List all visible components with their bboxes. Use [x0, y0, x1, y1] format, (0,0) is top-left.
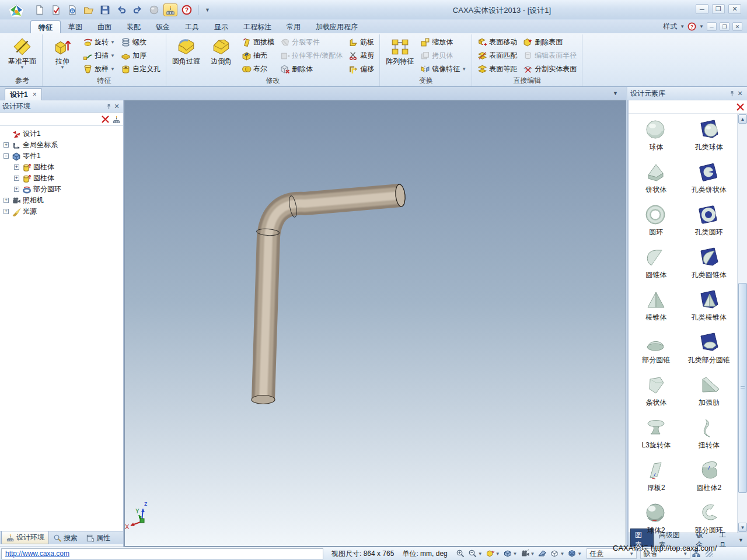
ribbon-button-扫描[interactable]: 扫描▼ [81, 49, 117, 62]
library-item-球体2[interactable]: 球体2 [630, 499, 683, 542]
library-item-孔类棱锥体[interactable]: 孔类棱锥体 [683, 286, 736, 329]
status-cube-add-button[interactable]: ▼ [484, 548, 501, 559]
ribbon-button-拉伸[interactable]: 拉伸▼ [46, 36, 79, 70]
tree-view-icon[interactable] [112, 115, 121, 124]
status-cube-shaded-button[interactable]: ▼ [502, 548, 519, 559]
status-layers-button[interactable]: ▼ [566, 548, 583, 559]
ribbon-button-抽壳[interactable]: 抽壳 [240, 49, 276, 62]
ribbon-button-基准平面[interactable]: 基准平面▼ [6, 36, 39, 70]
tree-expander-icon[interactable]: + [4, 142, 9, 148]
pin-icon[interactable] [728, 89, 736, 97]
library-item-球体[interactable]: 球体 [630, 116, 683, 159]
doc-minimize-button[interactable]: ─ [707, 22, 717, 31]
tab-list-caret-icon[interactable]: ▼ [613, 90, 618, 96]
tree-item-光源[interactable]: +光源 [0, 206, 123, 217]
library-item-孔类部分圆锥[interactable]: 孔类部分圆锥 [683, 329, 736, 372]
ribbon-tab-曲面[interactable]: 曲面 [90, 20, 119, 33]
ribbon-tab-常用[interactable]: 常用 [279, 20, 308, 33]
tree-expander-icon[interactable]: + [4, 198, 9, 203]
qat-new-doc-button[interactable] [33, 4, 47, 16]
minimize-button[interactable]: ─ [696, 4, 708, 14]
ribbon-tab-工程标注[interactable]: 工程标注 [236, 20, 279, 33]
ribbon-tab-特征[interactable]: 特征 [30, 20, 61, 33]
library-item-部分圆锥[interactable]: 部分圆锥 [630, 329, 683, 372]
ribbon-button-阵列特征[interactable]: 阵列特征 [383, 36, 416, 65]
qat-save-button[interactable] [98, 4, 112, 16]
tree-expander-icon[interactable]: − [4, 153, 9, 159]
app-logo-icon[interactable] [5, 2, 28, 22]
library-scrollbar[interactable]: ▲ ▼ [737, 114, 747, 533]
tree-item-照相机[interactable]: +照相机 [0, 195, 123, 206]
qat-redo-button[interactable] [131, 4, 145, 16]
pin-icon[interactable] [104, 102, 113, 110]
tree-item-全局坐标系[interactable]: +全局坐标系 [0, 139, 123, 150]
qat-render-sphere-button[interactable] [147, 4, 161, 16]
qat-help-button[interactable]: ? [180, 4, 194, 16]
tree-item-圆柱体[interactable]: +圆柱体 [0, 173, 123, 184]
ribbon-button-镜像特征[interactable]: 镜像特征▼ [418, 62, 468, 76]
ribbon-tab-钣金[interactable]: 钣金 [148, 20, 177, 33]
tree-item-部分圆环[interactable]: +部分圆环 [0, 184, 123, 195]
ribbon-tab-草图[interactable]: 草图 [61, 20, 90, 33]
ribbon-button-表面移动[interactable]: 表面移动 [476, 36, 519, 49]
library-item-孔类球体[interactable]: 孔类球体 [683, 116, 736, 159]
qat-design-tree-button[interactable] [163, 4, 177, 16]
qat-open-folder-button[interactable] [82, 4, 96, 16]
ribbon-button-表面等距[interactable]: 表面等距 [476, 62, 519, 76]
qat-undo-button[interactable] [114, 4, 128, 16]
ribbon-button-旋转[interactable]: 旋转▼ [81, 36, 117, 49]
styles-caret-icon[interactable]: ▼ [680, 24, 685, 29]
status-cube-outline-button[interactable]: ▼ [549, 548, 566, 559]
maximize-button[interactable]: ❐ [712, 4, 725, 14]
viewport-3d[interactable]: z Y X [124, 100, 626, 547]
document-tab[interactable]: 设计1 × [5, 88, 42, 100]
library-item-圆柱体2[interactable]: 圆柱体2 [683, 457, 736, 499]
ribbon-tab-工具[interactable]: 工具 [177, 20, 207, 33]
library-item-L3旋转体[interactable]: L3旋转体 [630, 414, 683, 457]
ribbon-button-螺纹[interactable]: 螺纹 [119, 36, 162, 49]
scroll-thumb[interactable] [738, 283, 747, 493]
library-item-孔类圆锥体[interactable]: 孔类圆锥体 [683, 244, 736, 286]
ribbon-tab-加载应用程序[interactable]: 加载应用程序 [308, 20, 365, 33]
qat-check-doc-button[interactable] [49, 4, 63, 16]
ribbon-button-面拔模[interactable]: 面拔模 [240, 36, 276, 49]
library-item-部分圆环[interactable]: 部分圆环 [683, 499, 736, 542]
ribbon-button-删除表面[interactable]: 删除表面 [521, 36, 578, 49]
ribbon-button-加厚[interactable]: 加厚 [119, 49, 162, 62]
library-item-厚板2[interactable]: 厚板2 [630, 457, 683, 499]
tree-item-零件1[interactable]: −零件1 [0, 150, 123, 162]
right-panel-close-icon[interactable]: ✕ [736, 89, 744, 97]
library-item-孔类饼状体[interactable]: 孔类饼状体 [683, 159, 736, 201]
styles-menu[interactable]: 样式 [663, 22, 677, 32]
status-camera-status-button[interactable]: ▼ [519, 548, 536, 559]
qat-web-doc-button[interactable] [65, 4, 79, 16]
left-panel-tab-属性[interactable]: 属性 [82, 531, 114, 544]
help-caret-icon[interactable]: ▼ [699, 24, 704, 29]
ribbon-button-筋板[interactable]: 筋板 [347, 36, 376, 49]
library-item-扭转体[interactable]: 扭转体 [683, 414, 736, 457]
library-item-圆锥体[interactable]: 圆锥体 [630, 244, 683, 286]
scroll-up-icon[interactable]: ▲ [738, 114, 747, 124]
caxa-home-link[interactable]: http://www.caxa.com [5, 550, 69, 558]
library-item-加强肋[interactable]: 加强肋 [683, 372, 736, 414]
ribbon-button-分割实体表面[interactable]: 分割实体表面 [521, 62, 578, 76]
status-zoom-out-button[interactable]: ▼ [467, 548, 484, 559]
ribbon-button-删除体[interactable]: 删除体 [278, 62, 344, 76]
tree-expander-icon[interactable]: + [4, 209, 9, 214]
document-tab-close-icon[interactable]: × [33, 90, 37, 99]
library-item-饼状体[interactable]: 饼状体 [630, 159, 683, 201]
tree-item-圆柱体[interactable]: +圆柱体 [0, 162, 123, 173]
clear-filter-icon[interactable] [101, 115, 110, 124]
status-wedge-button[interactable] [536, 548, 548, 559]
left-panel-close-icon[interactable]: ✕ [113, 102, 121, 110]
ribbon-button-表面匹配[interactable]: 表面匹配 [476, 49, 519, 62]
ribbon-button-放样[interactable]: 放样▼ [81, 62, 117, 76]
right-panel-tabs-caret-icon[interactable]: ▼ [738, 537, 743, 543]
scroll-down-icon[interactable]: ▼ [738, 523, 747, 532]
left-panel-tab-搜索[interactable]: 搜索 [49, 531, 82, 544]
tree-expander-icon[interactable]: + [14, 164, 19, 170]
ribbon-button-自定义孔[interactable]: 自定义孔 [119, 62, 162, 76]
ribbon-button-布尔[interactable]: 布尔 [240, 62, 276, 76]
status-zoom-in-button[interactable] [455, 548, 466, 559]
library-close-red-icon[interactable] [736, 103, 745, 111]
